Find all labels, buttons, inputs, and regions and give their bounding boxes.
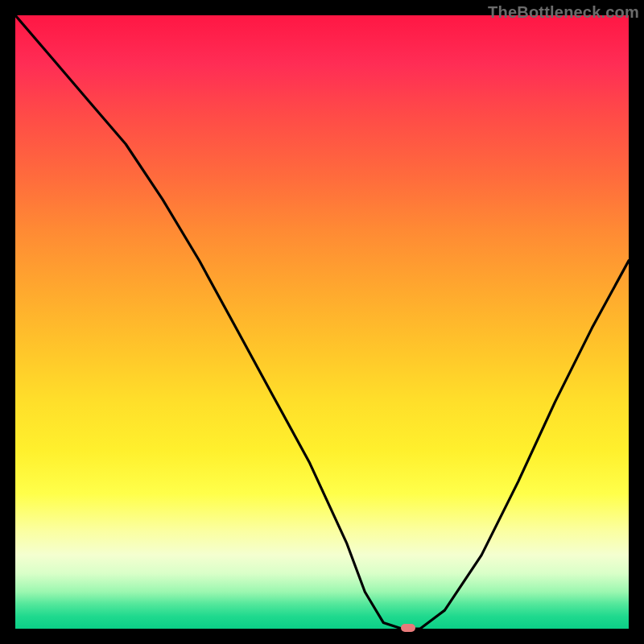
chart-frame: TheBottleneck.com	[0, 0, 644, 644]
bottleneck-curve	[15, 15, 629, 629]
optimum-marker	[401, 624, 415, 632]
watermark-label: TheBottleneck.com	[488, 3, 639, 22]
plot-area	[15, 15, 629, 629]
